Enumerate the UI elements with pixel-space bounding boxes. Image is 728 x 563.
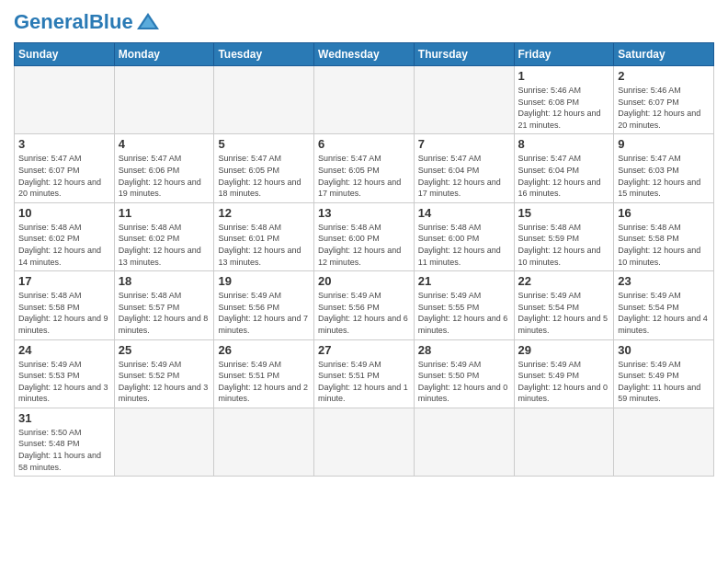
day-number: 14 <box>418 206 510 220</box>
logo-text: GeneralBlue <box>14 12 133 32</box>
day-header-wednesday: Wednesday <box>314 43 415 66</box>
day-header-thursday: Thursday <box>414 43 514 66</box>
calendar-cell: 3Sunrise: 5:47 AM Sunset: 6:07 PM Daylig… <box>15 134 115 202</box>
calendar-cell: 19Sunrise: 5:49 AM Sunset: 5:56 PM Dayli… <box>214 271 314 339</box>
day-info: Sunrise: 5:48 AM Sunset: 6:02 PM Dayligh… <box>119 222 210 268</box>
calendar-cell: 13Sunrise: 5:48 AM Sunset: 6:00 PM Dayli… <box>314 202 415 270</box>
page: GeneralBlue SundayMondayTuesdayWednesday… <box>0 0 728 563</box>
day-number: 21 <box>418 274 510 288</box>
calendar-cell: 18Sunrise: 5:48 AM Sunset: 5:57 PM Dayli… <box>114 271 214 339</box>
day-number: 13 <box>318 206 410 220</box>
calendar-cell: 11Sunrise: 5:48 AM Sunset: 6:02 PM Dayli… <box>114 202 214 270</box>
day-number: 19 <box>218 274 310 288</box>
calendar-cell <box>414 408 514 476</box>
calendar-cell: 30Sunrise: 5:49 AM Sunset: 5:49 PM Dayli… <box>614 339 714 408</box>
day-info: Sunrise: 5:47 AM Sunset: 6:05 PM Dayligh… <box>318 153 410 199</box>
day-number: 12 <box>218 206 310 220</box>
day-number: 1 <box>518 69 610 83</box>
day-number: 15 <box>518 206 610 220</box>
day-info: Sunrise: 5:48 AM Sunset: 5:58 PM Dayligh… <box>18 290 110 336</box>
day-info: Sunrise: 5:49 AM Sunset: 5:53 PM Dayligh… <box>18 359 110 405</box>
calendar-week-row: 10Sunrise: 5:48 AM Sunset: 6:02 PM Dayli… <box>15 202 714 270</box>
calendar-week-row: 3Sunrise: 5:47 AM Sunset: 6:07 PM Daylig… <box>15 134 714 202</box>
calendar-cell: 10Sunrise: 5:48 AM Sunset: 6:02 PM Dayli… <box>15 202 115 270</box>
logo: GeneralBlue <box>14 9 161 35</box>
day-header-tuesday: Tuesday <box>214 43 314 66</box>
calendar-cell <box>314 408 415 476</box>
day-info: Sunrise: 5:49 AM Sunset: 5:50 PM Dayligh… <box>418 359 510 405</box>
calendar-cell <box>114 66 214 134</box>
calendar-cell: 8Sunrise: 5:47 AM Sunset: 6:04 PM Daylig… <box>514 134 614 202</box>
day-number: 7 <box>418 137 510 151</box>
day-number: 5 <box>218 137 310 151</box>
calendar-cell: 6Sunrise: 5:47 AM Sunset: 6:05 PM Daylig… <box>314 134 415 202</box>
day-info: Sunrise: 5:49 AM Sunset: 5:52 PM Dayligh… <box>119 359 210 405</box>
calendar-header-row: SundayMondayTuesdayWednesdayThursdayFrid… <box>15 43 714 66</box>
day-info: Sunrise: 5:49 AM Sunset: 5:56 PM Dayligh… <box>218 290 310 336</box>
calendar-cell: 15Sunrise: 5:48 AM Sunset: 5:59 PM Dayli… <box>514 202 614 270</box>
calendar-cell: 23Sunrise: 5:49 AM Sunset: 5:54 PM Dayli… <box>614 271 714 339</box>
calendar-cell <box>514 408 614 476</box>
calendar-cell: 16Sunrise: 5:48 AM Sunset: 5:58 PM Dayli… <box>614 202 714 270</box>
day-info: Sunrise: 5:49 AM Sunset: 5:54 PM Dayligh… <box>518 290 610 336</box>
day-number: 29 <box>518 343 610 357</box>
calendar-cell: 28Sunrise: 5:49 AM Sunset: 5:50 PM Dayli… <box>414 339 514 408</box>
calendar-cell: 24Sunrise: 5:49 AM Sunset: 5:53 PM Dayli… <box>15 339 115 408</box>
calendar-cell: 26Sunrise: 5:49 AM Sunset: 5:51 PM Dayli… <box>214 339 314 408</box>
calendar-cell: 4Sunrise: 5:47 AM Sunset: 6:06 PM Daylig… <box>114 134 214 202</box>
calendar-cell <box>15 66 115 134</box>
day-number: 6 <box>318 137 410 151</box>
day-header-friday: Friday <box>514 43 614 66</box>
calendar-cell <box>414 66 514 134</box>
day-number: 17 <box>18 274 110 288</box>
day-number: 26 <box>218 343 310 357</box>
day-number: 25 <box>119 343 210 357</box>
calendar-cell: 20Sunrise: 5:49 AM Sunset: 5:56 PM Dayli… <box>314 271 415 339</box>
day-info: Sunrise: 5:49 AM Sunset: 5:51 PM Dayligh… <box>218 359 310 405</box>
calendar-cell: 22Sunrise: 5:49 AM Sunset: 5:54 PM Dayli… <box>514 271 614 339</box>
calendar-week-row: 24Sunrise: 5:49 AM Sunset: 5:53 PM Dayli… <box>15 339 714 408</box>
day-number: 20 <box>318 274 410 288</box>
day-number: 31 <box>18 411 110 425</box>
day-info: Sunrise: 5:48 AM Sunset: 6:01 PM Dayligh… <box>218 222 310 268</box>
calendar-week-row: 1Sunrise: 5:46 AM Sunset: 6:08 PM Daylig… <box>15 66 714 134</box>
logo-icon <box>135 9 161 35</box>
logo-general: General <box>14 10 89 33</box>
day-info: Sunrise: 5:47 AM Sunset: 6:03 PM Dayligh… <box>618 153 710 199</box>
day-number: 2 <box>618 69 710 83</box>
day-number: 18 <box>119 274 210 288</box>
day-info: Sunrise: 5:48 AM Sunset: 5:58 PM Dayligh… <box>618 222 710 268</box>
calendar-cell: 14Sunrise: 5:48 AM Sunset: 6:00 PM Dayli… <box>414 202 514 270</box>
day-info: Sunrise: 5:49 AM Sunset: 5:51 PM Dayligh… <box>318 359 410 405</box>
day-info: Sunrise: 5:49 AM Sunset: 5:49 PM Dayligh… <box>618 359 710 405</box>
day-info: Sunrise: 5:49 AM Sunset: 5:56 PM Dayligh… <box>318 290 410 336</box>
day-number: 28 <box>418 343 510 357</box>
day-info: Sunrise: 5:49 AM Sunset: 5:55 PM Dayligh… <box>418 290 510 336</box>
day-info: Sunrise: 5:48 AM Sunset: 6:00 PM Dayligh… <box>318 222 410 268</box>
day-number: 3 <box>18 137 110 151</box>
day-number: 23 <box>618 274 710 288</box>
day-info: Sunrise: 5:46 AM Sunset: 6:08 PM Dayligh… <box>518 85 610 131</box>
calendar-cell: 5Sunrise: 5:47 AM Sunset: 6:05 PM Daylig… <box>214 134 314 202</box>
calendar-cell: 1Sunrise: 5:46 AM Sunset: 6:08 PM Daylig… <box>514 66 614 134</box>
day-number: 4 <box>119 137 210 151</box>
day-info: Sunrise: 5:47 AM Sunset: 6:07 PM Dayligh… <box>18 153 110 199</box>
calendar-cell <box>114 408 214 476</box>
day-info: Sunrise: 5:48 AM Sunset: 6:02 PM Dayligh… <box>18 222 110 268</box>
day-number: 24 <box>18 343 110 357</box>
day-info: Sunrise: 5:47 AM Sunset: 6:04 PM Dayligh… <box>518 153 610 199</box>
day-number: 8 <box>518 137 610 151</box>
calendar-cell: 17Sunrise: 5:48 AM Sunset: 5:58 PM Dayli… <box>15 271 115 339</box>
day-info: Sunrise: 5:47 AM Sunset: 6:05 PM Dayligh… <box>218 153 310 199</box>
calendar-table: SundayMondayTuesdayWednesdayThursdayFrid… <box>14 42 714 477</box>
day-number: 22 <box>518 274 610 288</box>
day-header-sunday: Sunday <box>15 43 115 66</box>
calendar-cell: 21Sunrise: 5:49 AM Sunset: 5:55 PM Dayli… <box>414 271 514 339</box>
calendar-cell <box>314 66 415 134</box>
calendar-cell: 29Sunrise: 5:49 AM Sunset: 5:49 PM Dayli… <box>514 339 614 408</box>
logo-blue: Blue <box>89 10 133 33</box>
header: GeneralBlue <box>14 9 714 35</box>
calendar-cell: 9Sunrise: 5:47 AM Sunset: 6:03 PM Daylig… <box>614 134 714 202</box>
calendar-cell: 31Sunrise: 5:50 AM Sunset: 5:48 PM Dayli… <box>15 408 115 476</box>
day-info: Sunrise: 5:49 AM Sunset: 5:49 PM Dayligh… <box>518 359 610 405</box>
